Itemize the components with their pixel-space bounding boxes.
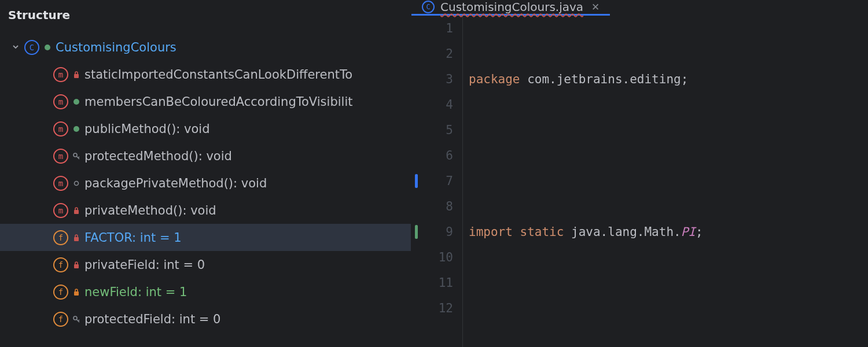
code-line[interactable] — [469, 143, 868, 168]
svg-rect-7 — [74, 237, 79, 241]
protected-key-icon — [72, 152, 81, 160]
private-lock-icon — [72, 206, 81, 215]
private-lock-icon — [72, 71, 81, 79]
structure-panel: Structure C CustomisingColours m staticI… — [0, 0, 411, 347]
chevron-down-icon[interactable] — [10, 43, 21, 52]
public-visibility-icon — [43, 44, 52, 51]
package-visibility-icon — [72, 180, 81, 186]
editor-tab-bar: C CustomisingColours.java ✕ — [411, 0, 868, 16]
tree-item-label: FACTOR: int = 1 — [84, 231, 182, 245]
svg-rect-9 — [74, 291, 79, 296]
protected-key-icon — [72, 315, 81, 323]
tree-item[interactable]: f privateField: int = 0 — [0, 251, 411, 278]
method-icon: m — [53, 149, 68, 164]
svg-point-5 — [75, 181, 79, 185]
code-line[interactable]: import static java.lang.Math.PI; — [469, 219, 868, 245]
tab-title: CustomisingColours.java — [440, 0, 583, 14]
line-number: 12 — [411, 296, 453, 321]
line-number: 8 — [411, 194, 453, 219]
line-number: 3 — [411, 67, 453, 92]
svg-point-0 — [45, 45, 50, 50]
editor-code[interactable]: package com.jetbrains.editing; import st… — [462, 16, 868, 347]
class-icon: C — [24, 40, 39, 55]
line-number: 10 — [411, 245, 453, 270]
line-number: 5 — [411, 117, 453, 143]
tree-item-label: privateMethod(): void — [84, 204, 216, 217]
tree-item[interactable]: m privateMethod(): void — [0, 197, 411, 224]
method-icon: m — [53, 176, 68, 191]
tree-item[interactable]: m staticImportedConstantsCanLookDifferen… — [0, 61, 411, 88]
tree-item-label: publicMethod(): void — [84, 122, 210, 136]
tree-item-label: membersCanBeColouredAccordingToVisibilit — [84, 95, 352, 109]
line-number: 2 — [411, 41, 453, 67]
editor-body[interactable]: 1 2 3 4 5 6 7 8 9 10 11 12 package com.j… — [411, 16, 868, 347]
line-number: 7 — [411, 168, 453, 194]
tree-item-label: protectedMethod(): void — [84, 149, 232, 163]
code-line[interactable] — [469, 296, 868, 321]
public-visibility-icon — [72, 98, 81, 105]
field-icon: f — [53, 312, 68, 327]
tree-item[interactable]: m packagePrivateMethod(): void — [0, 169, 411, 197]
method-icon: m — [53, 67, 68, 82]
field-icon: f — [53, 285, 68, 300]
close-icon[interactable]: ✕ — [591, 1, 599, 13]
line-number: 1 — [411, 16, 453, 41]
tree-item[interactable]: m protectedMethod(): void — [0, 142, 411, 169]
editor-gutter: 1 2 3 4 5 6 7 8 9 10 11 12 — [411, 16, 462, 347]
class-icon: C — [422, 1, 435, 13]
vcs-change-marker-icon — [415, 174, 418, 188]
private-lock-icon — [72, 234, 81, 242]
line-number: 4 — [411, 92, 453, 117]
method-icon: m — [53, 94, 68, 109]
line-number: 6 — [411, 143, 453, 168]
tree-item-label: privateField: int = 0 — [84, 258, 205, 272]
svg-rect-1 — [74, 74, 79, 78]
tree-item[interactable]: f newField: int = 1 — [0, 278, 411, 305]
vcs-add-marker-icon — [415, 225, 418, 239]
tree-item[interactable]: m membersCanBeColouredAccordingToVisibil… — [0, 88, 411, 115]
tree-item-label: newField: int = 1 — [84, 285, 187, 299]
tree-item-label: staticImportedConstantsCanLookDifferentT… — [84, 68, 352, 82]
svg-point-3 — [73, 126, 79, 132]
field-icon: f — [53, 257, 68, 272]
method-icon: m — [53, 203, 68, 218]
tree-item-label: packagePrivateMethod(): void — [84, 176, 267, 190]
editor-tab[interactable]: C CustomisingColours.java ✕ — [411, 0, 610, 16]
line-number: 11 — [411, 270, 453, 296]
code-line[interactable]: package com.jetbrains.editing; — [469, 67, 868, 92]
structure-title: Structure — [0, 0, 411, 29]
tree-item-selected[interactable]: f FACTOR: int = 1 — [0, 224, 411, 251]
tree-item[interactable]: m publicMethod(): void — [0, 115, 411, 142]
svg-rect-8 — [74, 264, 79, 268]
method-icon: m — [53, 121, 68, 136]
public-visibility-icon — [72, 125, 81, 132]
tree-item-label: protectedField: int = 0 — [84, 312, 220, 326]
field-icon: f — [53, 230, 68, 245]
line-number: 9 — [411, 219, 453, 245]
svg-point-2 — [73, 99, 79, 105]
editor-panel: C CustomisingColours.java ✕ 1 2 3 4 5 6 … — [411, 0, 868, 347]
class-name-label: CustomisingColours — [56, 40, 176, 54]
tree-class-row[interactable]: C CustomisingColours — [0, 34, 411, 61]
svg-rect-6 — [74, 210, 79, 214]
structure-tree: C CustomisingColours m staticImportedCon… — [0, 29, 411, 333]
private-lock-icon — [72, 288, 81, 296]
private-lock-icon — [72, 261, 81, 269]
tree-item[interactable]: f protectedField: int = 0 — [0, 305, 411, 333]
